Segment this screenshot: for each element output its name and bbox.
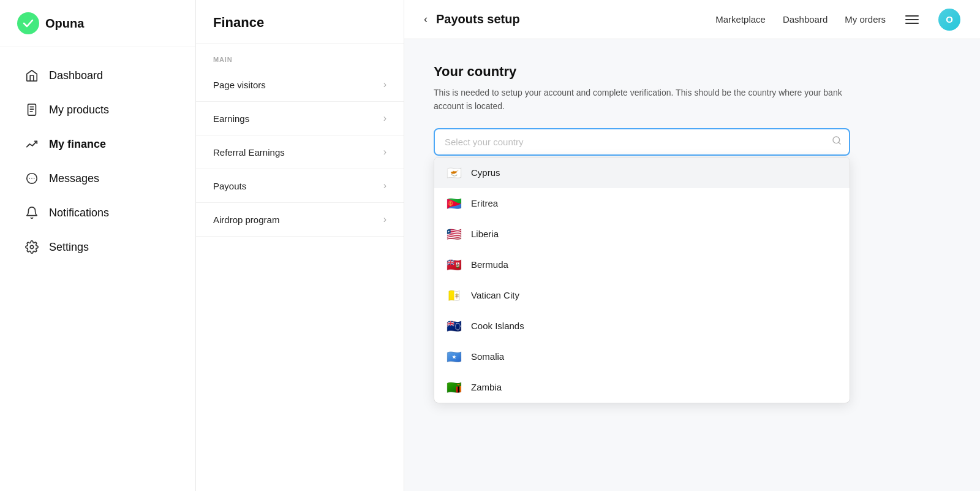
svg-rect-1 xyxy=(28,104,36,115)
country-name-liberia: Liberia xyxy=(471,229,499,239)
country-option-somalia[interactable]: 🇸🇴Somalia xyxy=(434,341,850,372)
country-name-cook-islands: Cook Islands xyxy=(471,321,524,331)
sidebar-navigation: Dashboard My products My finance xyxy=(0,47,195,275)
country-name-vatican-city: Vatican City xyxy=(471,290,519,300)
main-content: ‹ Payouts setup Marketplace Dashboard My… xyxy=(404,0,980,491)
back-arrow-icon[interactable]: ‹ xyxy=(424,13,428,26)
sidebar-item-notifications[interactable]: Notifications xyxy=(7,197,188,229)
topbar-link-marketplace[interactable]: Marketplace xyxy=(715,14,766,25)
products-icon xyxy=(24,102,39,117)
sidebar-item-label-my-finance: My finance xyxy=(49,138,106,151)
section-description: This is needed to setup your account and… xyxy=(434,86,850,113)
hamburger-button[interactable] xyxy=(903,13,921,26)
section-title: Your country xyxy=(434,64,951,80)
country-name-bermuda: Bermuda xyxy=(471,259,508,270)
finance-menu-referral-earnings[interactable]: Referral Earnings › xyxy=(196,135,404,169)
finance-title: Finance xyxy=(213,15,264,30)
hamburger-line xyxy=(905,23,919,24)
svg-point-0 xyxy=(17,12,39,34)
settings-icon xyxy=(24,240,39,254)
chevron-right-icon: › xyxy=(383,147,386,158)
country-name-cyprus: Cyprus xyxy=(471,167,500,178)
sidebar-item-settings[interactable]: Settings xyxy=(7,231,188,263)
logo-icon xyxy=(17,12,39,34)
chevron-right-icon: › xyxy=(383,113,386,124)
finance-menu-page-visitors[interactable]: Page visitors › xyxy=(196,68,404,102)
finance-menu-airdrop-program[interactable]: Airdrop program › xyxy=(196,203,404,237)
country-search-input[interactable] xyxy=(434,128,850,156)
top-bar-left: ‹ Payouts setup xyxy=(424,12,520,26)
finance-panel: Finance MAIN Page visitors › Earnings › … xyxy=(196,0,404,491)
country-option-vatican-city[interactable]: 🇻🇦Vatican City xyxy=(434,280,850,311)
country-option-zambia[interactable]: 🇿🇲Zambia xyxy=(434,372,850,403)
country-option-bermuda[interactable]: 🇧🇲Bermuda xyxy=(434,249,850,280)
country-name-somalia: Somalia xyxy=(471,351,504,362)
country-option-cyprus[interactable]: 🇨🇾Cyprus xyxy=(434,158,850,188)
topbar-link-dashboard[interactable]: Dashboard xyxy=(783,14,827,25)
notifications-icon xyxy=(24,205,39,220)
sidebar-item-label-settings: Settings xyxy=(49,241,89,254)
finance-menu-label-airdrop-program: Airdrop program xyxy=(213,215,279,225)
content-area: Your country This is needed to setup you… xyxy=(404,39,980,491)
top-bar-right: Marketplace Dashboard My orders O xyxy=(715,9,960,31)
avatar-button[interactable]: O xyxy=(938,9,960,31)
finance-header: Finance xyxy=(196,0,404,44)
sidebar-item-label-dashboard: Dashboard xyxy=(49,69,103,82)
topbar-link-my-orders[interactable]: My orders xyxy=(845,14,886,25)
chevron-right-icon: › xyxy=(383,180,386,191)
finance-section-label: MAIN xyxy=(196,44,404,68)
country-dropdown: 🇨🇾Cyprus🇪🇷Eritrea🇱🇷Liberia🇧🇲Bermuda🇻🇦Vat… xyxy=(434,157,850,403)
flag-eritrea: 🇪🇷 xyxy=(445,196,462,211)
finance-menu-earnings[interactable]: Earnings › xyxy=(196,102,404,135)
home-icon xyxy=(24,68,39,83)
flag-cyprus: 🇨🇾 xyxy=(445,166,462,180)
country-option-eritrea[interactable]: 🇪🇷Eritrea xyxy=(434,188,850,219)
flag-cook-islands: 🇨🇰 xyxy=(445,319,462,333)
hamburger-line xyxy=(905,15,919,17)
sidebar-item-messages[interactable]: Messages xyxy=(7,162,188,194)
page-title: Payouts setup xyxy=(436,12,520,26)
finance-icon xyxy=(24,137,39,151)
country-select-wrapper: 🇨🇾Cyprus🇪🇷Eritrea🇱🇷Liberia🇧🇲Bermuda🇻🇦Vat… xyxy=(434,128,850,156)
flag-somalia: 🇸🇴 xyxy=(445,349,462,364)
hamburger-line xyxy=(905,19,919,20)
sidebar-item-my-finance[interactable]: My finance xyxy=(7,128,188,160)
sidebar-item-label-messages: Messages xyxy=(49,172,99,185)
flag-vatican-city: 🇻🇦 xyxy=(445,288,462,303)
sidebar-item-dashboard[interactable]: Dashboard xyxy=(7,59,188,91)
chevron-right-icon: › xyxy=(383,214,386,225)
sidebar-item-my-products[interactable]: My products xyxy=(7,94,188,126)
finance-menu-label-earnings: Earnings xyxy=(213,113,249,124)
svg-point-3 xyxy=(30,245,34,249)
flag-bermuda: 🇧🇲 xyxy=(445,257,462,272)
country-name-eritrea: Eritrea xyxy=(471,198,498,208)
finance-menu-label-page-visitors: Page visitors xyxy=(213,80,266,90)
sidebar-logo: Opuna xyxy=(0,0,195,47)
country-name-zambia: Zambia xyxy=(471,382,502,392)
messages-icon xyxy=(24,171,39,186)
sidebar: Opuna Dashboard My products xyxy=(0,0,196,491)
top-bar: ‹ Payouts setup Marketplace Dashboard My… xyxy=(404,0,980,39)
app-name: Opuna xyxy=(45,17,84,31)
flag-liberia: 🇱🇷 xyxy=(445,227,462,242)
country-option-liberia[interactable]: 🇱🇷Liberia xyxy=(434,219,850,249)
sidebar-item-label-notifications: Notifications xyxy=(49,207,109,219)
chevron-right-icon: › xyxy=(383,79,386,90)
finance-menu-label-referral-earnings: Referral Earnings xyxy=(213,147,285,158)
country-option-cook-islands[interactable]: 🇨🇰Cook Islands xyxy=(434,311,850,341)
sidebar-item-label-my-products: My products xyxy=(49,104,109,116)
finance-menu-payouts[interactable]: Payouts › xyxy=(196,169,404,203)
finance-menu-label-payouts: Payouts xyxy=(213,181,246,191)
flag-zambia: 🇿🇲 xyxy=(445,380,462,395)
